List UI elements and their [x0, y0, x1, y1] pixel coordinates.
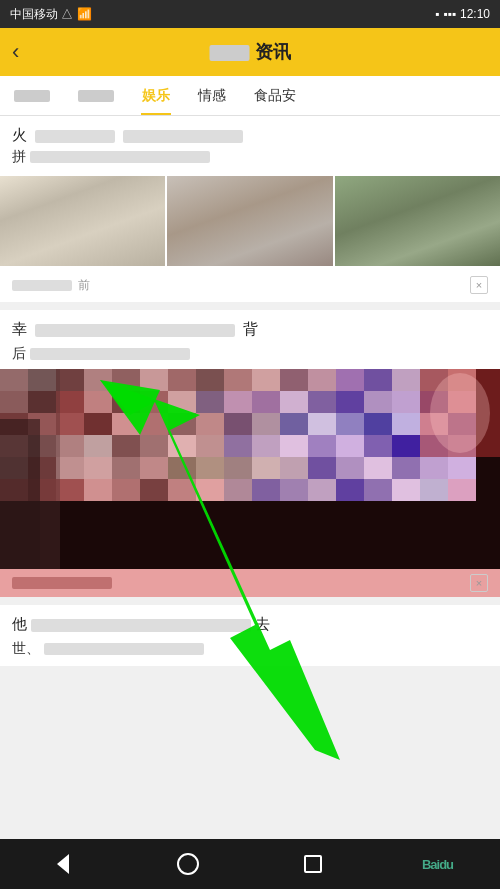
status-bar: 中国移动 △ 📶 ▪ ▪▪▪ 12:10 — [0, 0, 500, 28]
svg-rect-46 — [308, 413, 336, 435]
svg-rect-78 — [252, 457, 280, 479]
back-button[interactable]: ‹ — [12, 39, 19, 65]
svg-rect-30 — [336, 391, 364, 413]
article2-video[interactable] — [0, 369, 500, 569]
svg-rect-31 — [364, 391, 392, 413]
article2-title-end: 背 — [243, 320, 258, 337]
svg-rect-55 — [84, 435, 112, 457]
article1-image-2 — [167, 176, 332, 266]
article2-sub-char: 后 — [12, 345, 26, 361]
article2-subtitle: 后 — [0, 345, 500, 369]
svg-rect-38 — [84, 413, 112, 435]
article3-title-blur — [31, 619, 251, 632]
svg-rect-62 — [280, 435, 308, 457]
svg-rect-21 — [84, 391, 112, 413]
svg-rect-99 — [364, 479, 392, 501]
status-left: 中国移动 △ 📶 — [10, 6, 92, 23]
svg-rect-8 — [196, 369, 224, 391]
tab-emotion-label: 情感 — [198, 87, 226, 105]
svg-rect-39 — [112, 413, 140, 435]
svg-rect-6 — [140, 369, 168, 391]
svg-rect-7 — [168, 369, 196, 391]
article3-sub-blur — [44, 643, 204, 655]
article1-title: 火 — [12, 126, 488, 145]
svg-rect-90 — [112, 479, 140, 501]
article3-sub-char: 世、 — [12, 640, 40, 656]
article3-title: 他 去 — [12, 615, 488, 634]
svg-rect-59 — [196, 435, 224, 457]
recents-square-icon — [304, 855, 322, 873]
article1-sub-blur — [30, 151, 210, 163]
svg-rect-88 — [56, 479, 84, 501]
nav-recents-button[interactable] — [293, 844, 333, 884]
svg-rect-48 — [364, 413, 392, 435]
svg-rect-37 — [56, 413, 84, 435]
svg-rect-10 — [252, 369, 280, 391]
svg-rect-45 — [280, 413, 308, 435]
svg-rect-54 — [56, 435, 84, 457]
article1-title-char: 火 — [12, 126, 27, 143]
svg-rect-71 — [56, 457, 84, 479]
svg-rect-66 — [392, 435, 420, 457]
article-card-1: 火 拼 前 — [0, 116, 500, 302]
svg-rect-101 — [420, 479, 448, 501]
svg-rect-77 — [224, 457, 252, 479]
article2-sub-blur — [30, 348, 190, 360]
svg-point-104 — [430, 373, 490, 453]
svg-rect-14 — [364, 369, 392, 391]
svg-rect-83 — [392, 457, 420, 479]
article1-source-blur — [12, 280, 72, 291]
baidu-logo-icon: Baidu — [422, 857, 453, 872]
svg-rect-57 — [140, 435, 168, 457]
article2-close-btn[interactable]: × — [470, 574, 488, 592]
tab-emotion[interactable]: 情感 — [184, 76, 240, 115]
svg-rect-82 — [364, 457, 392, 479]
svg-rect-80 — [308, 457, 336, 479]
time-display: 12:10 — [460, 7, 490, 21]
header: ‹ 资讯 — [0, 28, 500, 76]
svg-rect-23 — [140, 391, 168, 413]
content-area: 火 拼 前 — [0, 116, 500, 839]
nav-home-button[interactable] — [168, 844, 208, 884]
page-title: 资讯 — [209, 40, 290, 64]
svg-rect-89 — [84, 479, 112, 501]
ad-blur — [12, 577, 112, 589]
home-circle-icon — [177, 853, 199, 875]
tab-item-2[interactable] — [64, 76, 128, 115]
svg-rect-98 — [336, 479, 364, 501]
signal-bars: ▪▪▪ — [443, 7, 456, 21]
title-text: 资讯 — [255, 42, 291, 62]
svg-rect-43 — [224, 413, 252, 435]
svg-rect-26 — [224, 391, 252, 413]
article1-title-row: 火 — [12, 126, 488, 145]
article-card-3: 他 去 世、 — [0, 605, 500, 666]
article1-time: 前 — [78, 277, 90, 294]
svg-rect-3 — [56, 369, 84, 391]
svg-rect-81 — [336, 457, 364, 479]
svg-rect-22 — [112, 391, 140, 413]
svg-rect-106 — [0, 419, 40, 569]
svg-rect-41 — [168, 413, 196, 435]
article1-close-btn[interactable]: × — [470, 276, 488, 294]
article3-title-end: 去 — [255, 615, 270, 632]
article1-meta: 前 — [12, 277, 90, 294]
svg-rect-44 — [252, 413, 280, 435]
svg-rect-76 — [196, 457, 224, 479]
article1-subtitle: 拼 — [12, 145, 488, 166]
tab-entertainment[interactable]: 娱乐 — [128, 76, 184, 115]
tab-item-1[interactable] — [0, 76, 64, 115]
svg-rect-85 — [448, 457, 476, 479]
nav-tabs: 娱乐 情感 食品安 — [0, 76, 500, 116]
tab-food[interactable]: 食品安 — [240, 76, 310, 115]
wifi-icon: ▪ — [435, 7, 439, 21]
video-mosaic — [0, 369, 500, 569]
svg-rect-63 — [308, 435, 336, 457]
svg-rect-93 — [196, 479, 224, 501]
svg-rect-15 — [392, 369, 420, 391]
svg-rect-32 — [392, 391, 420, 413]
svg-rect-96 — [280, 479, 308, 501]
nav-baidu-button[interactable]: Baidu — [418, 844, 458, 884]
nav-back-button[interactable] — [43, 844, 83, 884]
svg-rect-24 — [168, 391, 196, 413]
svg-rect-100 — [392, 479, 420, 501]
